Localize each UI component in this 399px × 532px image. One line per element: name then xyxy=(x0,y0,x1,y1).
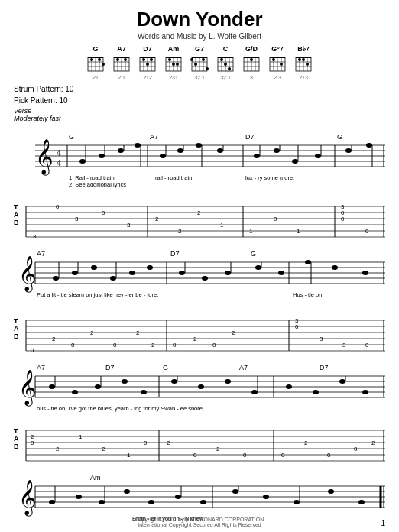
svg-point-196 xyxy=(305,260,311,264)
svg-point-183 xyxy=(91,265,97,270)
svg-text:A: A xyxy=(14,211,19,219)
svg-text:0: 0 xyxy=(173,342,177,349)
svg-text:A7: A7 xyxy=(37,364,45,371)
svg-text:B: B xyxy=(14,332,19,340)
svg-rect-45 xyxy=(192,57,207,58)
svg-point-312 xyxy=(175,495,181,499)
copyright-line2: International Copyright Secured All Righ… xyxy=(138,522,261,527)
svg-text:0: 0 xyxy=(354,446,358,453)
svg-point-198 xyxy=(332,265,338,270)
svg-point-249 xyxy=(95,384,101,389)
svg-point-308 xyxy=(99,500,105,504)
chord-diagrams-row: G 21 A7 xyxy=(14,45,385,80)
svg-point-190 xyxy=(202,276,208,281)
svg-text:0: 0 xyxy=(56,203,60,210)
svg-point-191 xyxy=(225,271,231,275)
svg-text:hus - tle  on,   I've  got  th: hus - tle on, I've got the blues, yearn … xyxy=(37,405,204,412)
svg-point-9 xyxy=(102,63,105,66)
svg-text:Am: Am xyxy=(90,474,101,482)
svg-text:2: 2 xyxy=(52,336,56,342)
svg-rect-56 xyxy=(218,57,233,58)
svg-text:Hus - tle  on,: Hus - tle on, xyxy=(293,291,323,298)
svg-point-112 xyxy=(160,154,166,158)
svg-text:T: T xyxy=(14,317,18,325)
svg-text:D7: D7 xyxy=(245,133,255,141)
staff-2: 𝄞 A7 D7 G xyxy=(14,245,385,314)
svg-text:1: 1 xyxy=(297,228,300,235)
svg-point-246 xyxy=(49,384,55,389)
svg-rect-6 xyxy=(88,57,103,58)
svg-point-28 xyxy=(146,63,149,66)
svg-point-36 xyxy=(168,58,171,61)
svg-point-7 xyxy=(90,58,93,61)
svg-text:𝄞: 𝄞 xyxy=(35,139,54,176)
svg-text:0: 0 xyxy=(274,216,277,222)
chord-Am: Am 231 xyxy=(163,45,184,80)
svg-point-251 xyxy=(122,379,128,384)
svg-point-48 xyxy=(202,58,205,61)
svg-point-26 xyxy=(142,58,145,61)
svg-rect-35 xyxy=(166,57,181,58)
svg-point-314 xyxy=(200,500,206,504)
svg-point-49 xyxy=(206,67,209,70)
svg-text:2: 2 xyxy=(232,329,235,336)
staff-3: 𝄞 A7 D7 G A7 D7 xyxy=(14,359,385,424)
chord-C: C 32 1 xyxy=(215,45,236,80)
svg-point-320 xyxy=(328,489,334,494)
svg-point-57 xyxy=(220,58,223,61)
svg-text:2: 2 xyxy=(151,342,155,349)
svg-rect-16 xyxy=(114,57,129,58)
svg-point-59 xyxy=(228,67,231,70)
svg-point-179 xyxy=(53,276,59,281)
tab-1: T A B 3 0 3 0 3 2 2 2 1 xyxy=(14,200,385,242)
svg-point-18 xyxy=(124,58,127,61)
svg-text:0: 0 xyxy=(365,228,369,235)
svg-point-257 xyxy=(251,390,258,394)
svg-text:2: 2 xyxy=(197,209,201,216)
svg-text:B: B xyxy=(14,443,19,450)
svg-point-248 xyxy=(72,390,78,394)
page-number: 1 xyxy=(381,519,385,527)
svg-text:0: 0 xyxy=(212,342,216,349)
svg-text:2: 2 xyxy=(167,440,170,446)
pick-pattern: Pick Pattern: 10 xyxy=(14,95,385,106)
svg-text:D7: D7 xyxy=(320,364,329,371)
svg-text:0: 0 xyxy=(327,452,331,459)
song-title: Down Yonder xyxy=(14,8,385,31)
svg-point-67 xyxy=(250,58,253,61)
svg-point-307 xyxy=(76,495,82,499)
svg-text:0: 0 xyxy=(341,216,345,222)
svg-text:𝄞: 𝄞 xyxy=(18,256,37,293)
svg-point-75 xyxy=(272,58,275,61)
svg-text:0: 0 xyxy=(281,452,285,459)
song-subtitle: Words and Music by L. Wolfe Gilbert xyxy=(14,32,385,41)
svg-text:3: 3 xyxy=(320,336,323,342)
svg-text:4: 4 xyxy=(57,157,61,168)
svg-text:2: 2 xyxy=(304,440,308,446)
svg-text:2: 2 xyxy=(193,336,197,342)
svg-point-259 xyxy=(286,384,292,389)
svg-point-315 xyxy=(232,489,238,494)
chord-GD: G/D 3 xyxy=(241,45,262,80)
svg-point-122 xyxy=(274,148,280,153)
verse-label: Verse xyxy=(14,107,385,115)
svg-text:A7: A7 xyxy=(37,250,45,258)
chord-A7: A7 2 1 xyxy=(111,45,132,80)
svg-text:D7: D7 xyxy=(170,250,180,258)
svg-text:B: B xyxy=(14,219,19,226)
svg-text:2: 2 xyxy=(90,329,94,336)
svg-point-253 xyxy=(171,379,177,384)
svg-point-47 xyxy=(194,63,197,66)
chord-G: G 21 xyxy=(85,45,106,80)
svg-text:1: 1 xyxy=(127,452,131,459)
svg-text:0: 0 xyxy=(31,440,34,446)
svg-point-104 xyxy=(79,159,86,164)
svg-text:0: 0 xyxy=(102,209,105,216)
svg-point-126 xyxy=(315,154,321,158)
tempo-label: Moderately fast xyxy=(14,115,385,122)
svg-rect-25 xyxy=(140,57,155,58)
svg-point-8 xyxy=(98,58,101,61)
copyright-line1: Copyright © 2001 by HAL LEONARD CORPORAT… xyxy=(135,517,264,522)
chord-Gdim7: G°7 2 3 xyxy=(267,45,288,80)
svg-text:0: 0 xyxy=(144,440,148,446)
